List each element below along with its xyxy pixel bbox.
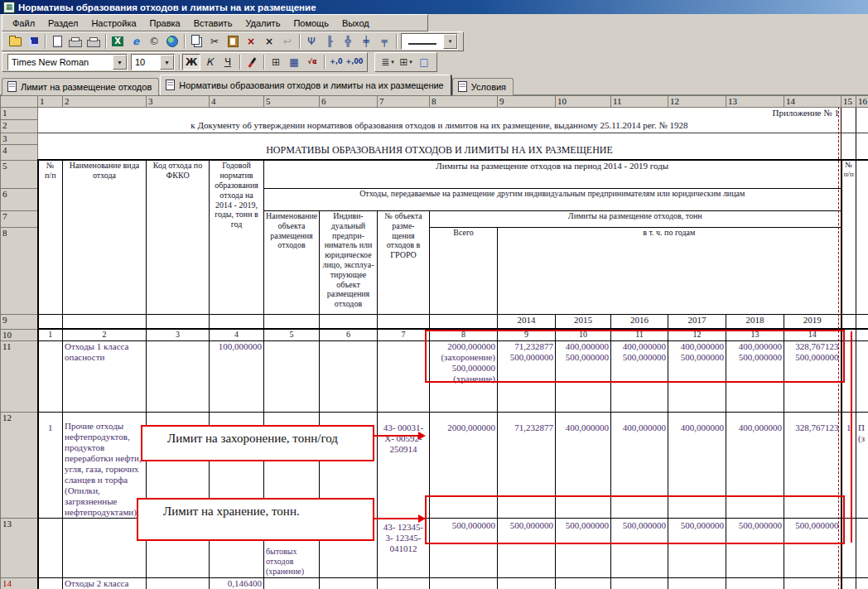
column-header-6[interactable]: 6 (320, 96, 378, 108)
copy-button[interactable] (187, 33, 205, 50)
cut-button[interactable]: ✂ (205, 33, 224, 50)
column-header-2[interactable]: 2 (63, 96, 147, 108)
cell[interactable]: 328,767123 (784, 412, 841, 518)
menu-item-file[interactable]: Файл (6, 17, 41, 29)
cell[interactable]: 500,000000 (784, 518, 841, 577)
chevron-down-icon[interactable]: ▾ (443, 34, 457, 49)
cell[interactable]: к Документу об утверждении нормативов об… (38, 120, 841, 133)
cell[interactable]: 1 (38, 329, 63, 340)
cell[interactable] (264, 340, 320, 412)
row-header-11[interactable]: 11 (1, 340, 38, 412)
row-header-6[interactable]: 6 (1, 188, 38, 210)
cell[interactable] (38, 518, 63, 577)
font-size-select[interactable]: 10▼ (131, 54, 175, 70)
insert-child-button[interactable]: ╟ (321, 33, 339, 50)
row-header-7[interactable]: 7 (1, 210, 38, 227)
undo-button[interactable]: ↩ (278, 33, 297, 50)
column-header-5[interactable]: 5 (264, 96, 320, 108)
cell[interactable]: 43- 12345-3- 12345-041012 (378, 518, 430, 577)
cell[interactable]: 400,000000500,000000 (668, 340, 726, 412)
row-header-3[interactable]: 3 (1, 133, 38, 145)
cell[interactable] (726, 577, 784, 589)
bold-button[interactable]: Ж (182, 54, 200, 70)
cell[interactable] (147, 577, 210, 589)
cell[interactable] (147, 340, 210, 412)
cell[interactable]: 100,000000 (210, 340, 264, 412)
tab-normatives[interactable]: Нормативы образования отходов и лимиты н… (160, 75, 451, 95)
cell[interactable] (856, 577, 868, 589)
cell[interactable] (841, 518, 856, 577)
menu-item-help[interactable]: Помощь (287, 17, 335, 29)
cell[interactable] (63, 518, 147, 577)
row-header-12[interactable]: 12 (1, 412, 38, 518)
cell[interactable]: №п/п (38, 160, 63, 314)
menu-item-delete[interactable]: Удалить (239, 17, 287, 29)
cell[interactable] (378, 340, 430, 412)
cell[interactable]: 400,000000500,000000 (556, 340, 611, 412)
cell[interactable]: 100,000000 (210, 412, 264, 518)
cell[interactable] (378, 577, 430, 589)
insert-sibling-button[interactable]: ╬ (339, 33, 357, 50)
cell[interactable] (264, 412, 320, 518)
cell[interactable] (264, 577, 320, 589)
tab-limit-placement[interactable]: Лимит на размещение отходов (2, 78, 159, 95)
cell[interactable]: П(з (856, 412, 868, 518)
cell[interactable] (856, 108, 868, 120)
column-header-3[interactable]: 3 (147, 96, 210, 108)
export-excel-button[interactable]: X (108, 33, 127, 50)
cell[interactable]: 2018 (726, 314, 784, 329)
cell-format-button[interactable]: ⊞ (267, 54, 285, 70)
cell[interactable] (841, 314, 856, 329)
cell[interactable] (856, 518, 868, 577)
cell[interactable]: 6 (320, 329, 378, 340)
cell[interactable] (147, 314, 210, 329)
cell[interactable]: в т. ч. по годам (498, 227, 841, 314)
cell[interactable] (38, 340, 63, 412)
cell[interactable] (556, 577, 611, 589)
row-header-5[interactable]: 5 (1, 160, 38, 188)
line-style-select[interactable]: ▾ (401, 33, 458, 50)
statistics-button[interactable]: © (145, 33, 163, 50)
cell[interactable] (841, 144, 856, 160)
cell[interactable] (841, 329, 856, 340)
cell[interactable]: 4 (210, 329, 264, 340)
cell[interactable] (210, 314, 264, 329)
column-header-7[interactable]: 7 (378, 96, 430, 108)
cell[interactable]: 400,000000 (726, 412, 784, 518)
cell[interactable]: 500,000000 (611, 518, 668, 577)
cell[interactable]: 1 (38, 412, 63, 518)
frame-color-button[interactable]: □ (415, 54, 433, 70)
cell[interactable]: Отходы, передаваемые на размещение други… (264, 188, 841, 210)
cell[interactable]: 2017 (668, 314, 726, 329)
move-node-button[interactable]: ╪ (357, 33, 375, 50)
cell[interactable] (856, 329, 868, 340)
cell[interactable] (320, 314, 378, 329)
open-button[interactable] (6, 33, 24, 50)
cell[interactable] (841, 120, 856, 133)
cell[interactable]: Наименование вида отхода (63, 160, 147, 314)
borders-button[interactable]: ⊞▾ (397, 54, 415, 70)
cell[interactable]: 0,146400 (210, 577, 264, 589)
cell[interactable]: 10 (556, 329, 611, 340)
cell[interactable]: 2016 (611, 314, 668, 329)
font-select[interactable]: Times New Roman▼ (7, 54, 128, 70)
cell[interactable] (856, 120, 868, 133)
row-header-4[interactable]: 4 (1, 144, 38, 160)
save-button[interactable] (24, 33, 42, 50)
cell[interactable] (38, 314, 63, 329)
chevron-down-icon[interactable]: ▼ (113, 55, 127, 70)
cell[interactable]: бытовыхотходов(хранение) (264, 518, 320, 577)
cell[interactable]: 500,000000 (556, 518, 611, 577)
cell[interactable]: 500,000000 (430, 518, 498, 577)
row-header-14[interactable]: 14 (1, 577, 38, 589)
cell[interactable] (320, 577, 378, 589)
formula-button[interactable]: √α (303, 54, 321, 70)
decrease-decimals-button[interactable]: +,00 (345, 54, 364, 70)
cell[interactable] (856, 133, 868, 145)
cell[interactable]: Годовой норматив образования отхода на 2… (210, 160, 264, 314)
paste-button[interactable] (224, 33, 242, 50)
menu-item-insert[interactable]: Вставить (187, 17, 239, 29)
cell[interactable]: Наименование объекта размещения отходов (264, 210, 320, 314)
cell[interactable]: №п/п (841, 160, 856, 314)
column-header-11[interactable]: 11 (611, 96, 668, 108)
